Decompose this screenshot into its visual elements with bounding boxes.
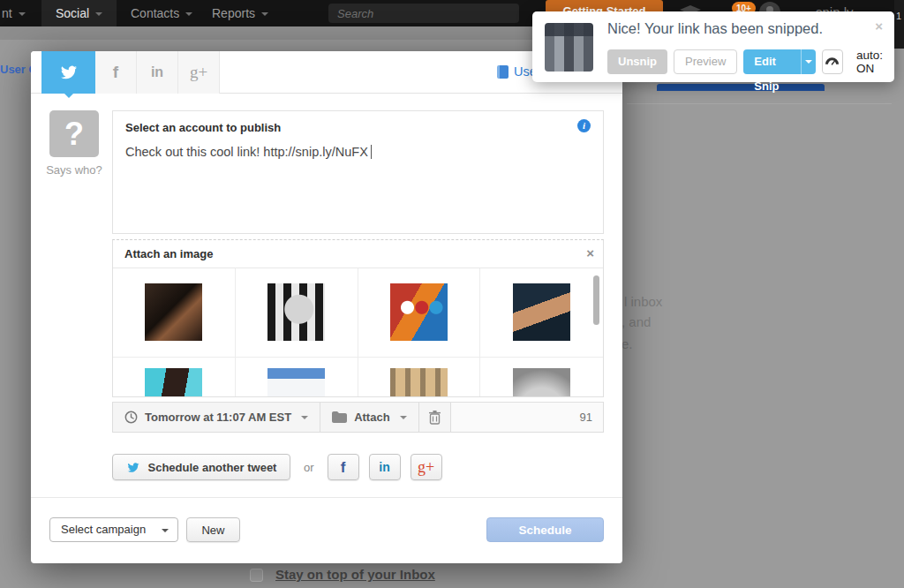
tab-linkedin[interactable]: in (137, 51, 178, 94)
compose-toolbar: Tomorrow at 11:07 AM EST Attach 91 (112, 402, 604, 433)
edit-snip-button[interactable]: Edit Snip (743, 49, 815, 74)
googleplus-button[interactable]: g+ (411, 454, 442, 480)
folder-icon (332, 411, 347, 423)
preview-button[interactable]: Preview (674, 49, 737, 74)
building-people-photo (390, 368, 448, 396)
chevron-down-icon (261, 12, 268, 16)
nav-item-contacts[interactable]: Contacts (131, 0, 192, 26)
compose-modal: f in g+ Use ? Says who? Select an accoun… (31, 51, 622, 563)
background-text-fragment: l inbox (624, 294, 662, 309)
text-cursor (371, 145, 372, 159)
attach-image-title: Attach an image (124, 247, 213, 260)
chevron-down-icon (805, 60, 812, 64)
tab-twitter[interactable] (41, 51, 95, 94)
dashboard-screenshot (267, 368, 325, 396)
chevron-down-icon (95, 12, 102, 16)
image-option-1[interactable] (113, 268, 236, 357)
image-option-3[interactable] (358, 268, 481, 357)
says-who-label: Says who? (34, 163, 114, 177)
man-with-headset-photo (145, 283, 202, 341)
snipped-link-thumbnail (545, 23, 593, 72)
dashboard-gauge-button[interactable] (822, 49, 843, 74)
stay-on-top-inbox-link[interactable]: Stay on top of your Inbox (275, 567, 435, 582)
woman-teal-photo (145, 368, 202, 396)
background-text-fragment: , and (622, 314, 651, 329)
twitter-bird-icon (59, 64, 79, 80)
sniply-notification-popup: Nice! Your link has been snipped. × Unsn… (532, 11, 894, 82)
template-icon (497, 65, 508, 79)
delete-button[interactable] (419, 403, 451, 432)
edit-snip-dropdown[interactable] (801, 49, 815, 74)
background-blue-button (657, 84, 825, 91)
unsnip-button[interactable]: Unsnip (607, 49, 667, 74)
attach-image-panel: Attach an image × (112, 239, 604, 397)
close-icon[interactable]: × (586, 245, 594, 260)
use-template-link[interactable]: Use (497, 64, 537, 79)
background-divider (627, 103, 892, 104)
bw-face-photo (513, 368, 570, 396)
or-label: or (304, 461, 314, 474)
image-option-6[interactable] (236, 358, 358, 396)
image-option-5[interactable] (113, 358, 236, 396)
select-campaign-dropdown[interactable]: Select campaign (49, 517, 178, 542)
image-option-8[interactable] (480, 358, 603, 396)
new-campaign-button[interactable]: New (186, 517, 240, 542)
schedule-time-dropdown[interactable]: Tomorrow at 11:07 AM EST (113, 403, 320, 432)
image-option-7[interactable] (358, 358, 481, 396)
twitter-bird-icon (126, 462, 140, 473)
background-text-fragment: e. (622, 336, 633, 351)
facebook-button[interactable]: f (328, 454, 359, 480)
bw-smiling-man-photo (267, 283, 325, 341)
inbox-checkbox[interactable] (250, 569, 263, 582)
trash-icon (429, 411, 441, 425)
nav-item-truncated[interactable]: nt (2, 0, 26, 26)
attach-dropdown[interactable]: Attach (320, 403, 418, 432)
account-prompt: Select an account to publish (125, 121, 281, 134)
account-picker-button[interactable]: ? (49, 110, 99, 157)
image-grid (113, 268, 603, 396)
popup-title: Nice! Your link has been snipped. (607, 20, 823, 37)
schedule-another-tweet-button[interactable]: Schedule another tweet (112, 454, 290, 480)
footer-divider (31, 497, 622, 498)
tab-googleplus[interactable]: g+ (178, 51, 220, 94)
image-option-2[interactable] (236, 268, 358, 357)
image-option-4[interactable] (480, 268, 603, 357)
schedule-button[interactable]: Schedule (486, 517, 604, 542)
nav-item-social[interactable]: Social (41, 0, 117, 26)
search-input[interactable] (328, 4, 519, 23)
chevron-down-icon (185, 12, 192, 16)
image-grid-scrollbar[interactable] (593, 275, 599, 325)
chevron-down-icon (400, 416, 407, 419)
close-icon[interactable]: × (875, 19, 883, 34)
chevron-down-icon (162, 529, 169, 532)
tweet-text[interactable]: Check out this cool link! http://snip.ly… (125, 145, 372, 159)
actions-row: Schedule another tweet or f in g+ (112, 453, 452, 481)
chevron-down-icon (19, 12, 26, 16)
news-app-icons-photo (390, 283, 448, 341)
tab-facebook[interactable]: f (95, 51, 137, 94)
clock-icon (124, 411, 138, 424)
linkedin-button[interactable]: in (369, 454, 401, 480)
gauge-icon (825, 57, 840, 67)
info-icon[interactable]: i (577, 119, 591, 132)
tweet-compose-area[interactable]: Select an account to publish i Check out… (112, 110, 604, 234)
character-count: 91 (451, 403, 603, 432)
chevron-down-icon (301, 416, 308, 419)
man-on-phone-photo (513, 283, 570, 341)
edge-notification-strip: 1 (894, 0, 904, 49)
nav-item-reports[interactable]: Reports (212, 0, 268, 26)
auto-status-label: auto: ON (856, 49, 894, 75)
